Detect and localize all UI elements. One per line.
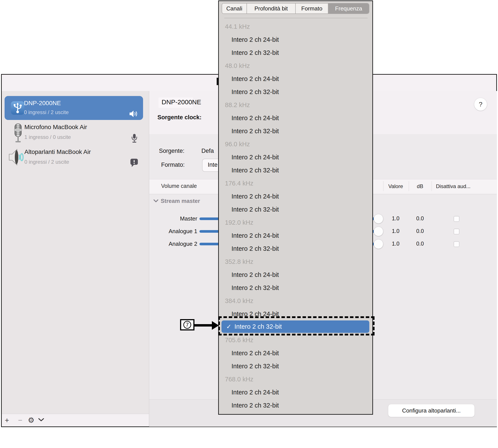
popup-tab-bar: Canali Profondità bit Formato Frequenza bbox=[222, 3, 369, 14]
device-io-detail: 1 ingresso / 0 uscite bbox=[24, 134, 71, 140]
column-divider bbox=[409, 181, 409, 191]
popup-item[interactable]: Intero 2 ch 24-bit bbox=[219, 33, 372, 46]
format-dropdown-value: Inte bbox=[208, 161, 218, 168]
source-value: Defa bbox=[201, 148, 214, 154]
mute-checkbox[interactable] bbox=[454, 216, 459, 222]
channel-label: Master bbox=[149, 215, 197, 222]
popup-item[interactable]: Intero 2 ch 32-bit bbox=[219, 242, 372, 255]
device-name: Microfono MacBook Air bbox=[24, 124, 87, 131]
annotation-dashed-highlight bbox=[218, 316, 374, 336]
tab-formato[interactable]: Formato bbox=[295, 3, 328, 14]
format-label: Formato: bbox=[161, 161, 185, 168]
channel-label: Analogue 1 bbox=[149, 228, 197, 235]
popup-item[interactable]: Intero 2 ch 32-bit bbox=[219, 281, 372, 294]
device-name: Altoparlanti MacBook Air bbox=[24, 148, 91, 155]
db-cell[interactable]: 0.0 bbox=[410, 215, 430, 222]
popup-frequency-header: 176.4 kHz bbox=[219, 177, 372, 190]
popup-item[interactable]: Intero 2 ch 24-bit bbox=[219, 386, 372, 399]
speaker-icon bbox=[129, 110, 138, 118]
column-header-db: dB bbox=[412, 183, 428, 189]
page-title: DNP-2000NE bbox=[161, 98, 201, 106]
channel-label: Analogue 2 bbox=[149, 240, 197, 247]
popup-item[interactable]: Intero 2 ch 24-bit bbox=[219, 72, 372, 85]
popup-item[interactable]: Intero 2 ch 32-bit bbox=[219, 46, 372, 59]
disclosure-chevron-icon[interactable] bbox=[153, 199, 159, 204]
chevron-down-icon[interactable] bbox=[38, 417, 44, 423]
microphone-device-icon bbox=[13, 123, 24, 145]
configure-speakers-button[interactable]: Configura altoparlanti... bbox=[388, 404, 475, 417]
volume-slider-knob[interactable] bbox=[374, 239, 383, 249]
popup-item[interactable]: Intero 2 ch 32-bit bbox=[219, 85, 372, 98]
gear-icon[interactable]: ⚙ bbox=[27, 416, 35, 424]
device-io-detail: 0 ingressi / 2 uscite bbox=[24, 109, 69, 115]
popup-item[interactable]: Intero 2 ch 32-bit bbox=[219, 164, 372, 177]
stream-group-label: Stream master bbox=[161, 198, 200, 204]
annotation-arrow-head bbox=[212, 321, 219, 330]
value-cell[interactable]: 1.0 bbox=[386, 215, 405, 222]
source-label: Sorgente: bbox=[159, 148, 184, 154]
popup-frequency-header: 48.0 kHz bbox=[219, 59, 372, 72]
popup-item[interactable]: Intero 2 ch 24-bit bbox=[219, 112, 372, 125]
device-name: DNP-2000NE bbox=[24, 100, 61, 107]
volume-channel-header: Volume canale bbox=[161, 183, 197, 189]
value-cell[interactable]: 1.0 bbox=[386, 240, 405, 247]
popup-frequency-header: 44.1 kHz bbox=[219, 20, 372, 33]
add-device-button[interactable]: + bbox=[3, 416, 11, 424]
popup-item[interactable]: Intero 2 ch 32-bit bbox=[219, 203, 372, 216]
volume-slider-knob[interactable] bbox=[374, 227, 383, 236]
popup-divider bbox=[224, 18, 368, 18]
alert-bubble-icon bbox=[130, 158, 138, 169]
popup-frequency-header: 352.8 kHz bbox=[219, 255, 372, 268]
db-cell[interactable]: 0.0 bbox=[410, 228, 430, 234]
help-button[interactable]: ? bbox=[474, 98, 487, 111]
tab-frequenza[interactable]: Frequenza bbox=[328, 3, 369, 14]
value-cell[interactable]: 1.0 bbox=[386, 228, 405, 234]
screenshot-canvas: DNP-2000NE 0 ingressi / 2 uscite Microfo… bbox=[0, 0, 498, 448]
popup-frequency-header: 768.0 kHz bbox=[219, 373, 372, 386]
popup-item[interactable]: Intero 2 ch 24-bit bbox=[219, 151, 372, 164]
db-cell[interactable]: 0.0 bbox=[410, 240, 430, 247]
column-divider bbox=[432, 181, 432, 191]
popup-frequency-header: 88.2 kHz bbox=[219, 98, 372, 112]
mute-checkbox[interactable] bbox=[454, 241, 459, 247]
popup-item[interactable]: Intero 2 ch 24-bit bbox=[219, 347, 372, 360]
popup-frequency-header: 96.0 kHz bbox=[219, 138, 372, 151]
popup-frequency-header: 384.0 kHz bbox=[219, 294, 372, 307]
popup-item[interactable]: Intero 2 ch 24-bit bbox=[219, 229, 372, 242]
step-number-badge: 7 bbox=[183, 321, 191, 329]
popup-item[interactable]: Intero 2 ch 32-bit bbox=[219, 399, 372, 412]
column-header-mute: Disattiva aud... bbox=[436, 183, 484, 189]
volume-slider-knob[interactable] bbox=[374, 214, 383, 224]
popup-frequency-header: 705.6 kHz bbox=[219, 334, 372, 347]
column-header-valore: Valore bbox=[385, 183, 406, 189]
microphone-icon bbox=[131, 133, 137, 144]
speaker-device-icon bbox=[8, 148, 24, 168]
annotation-arrow bbox=[194, 324, 212, 327]
popup-item[interactable]: Intero 2 ch 32-bit bbox=[219, 125, 372, 138]
popup-item[interactable]: Intero 2 ch 32-bit bbox=[219, 360, 372, 373]
popup-frequency-header: 192.0 kHz bbox=[219, 216, 372, 229]
mute-checkbox[interactable] bbox=[454, 229, 459, 234]
tab-canali[interactable]: Canali bbox=[222, 3, 246, 14]
popup-item[interactable]: Intero 2 ch 24-bit bbox=[219, 190, 372, 203]
remove-device-button[interactable]: − bbox=[16, 416, 25, 424]
device-io-detail: 0 ingressi / 2 uscite bbox=[24, 159, 69, 165]
popup-list: 44.1 kHzIntero 2 ch 24-bitIntero 2 ch 32… bbox=[219, 20, 372, 412]
tab-profondita-bit[interactable]: Profondità bit bbox=[246, 3, 295, 14]
clock-source-label: Sorgente clock: bbox=[158, 114, 202, 121]
annotation-step-callout: 7 bbox=[180, 319, 194, 330]
popup-item[interactable]: Intero 2 ch 24-bit bbox=[219, 268, 372, 281]
usb-device-icon bbox=[11, 101, 24, 115]
column-divider bbox=[383, 181, 384, 191]
